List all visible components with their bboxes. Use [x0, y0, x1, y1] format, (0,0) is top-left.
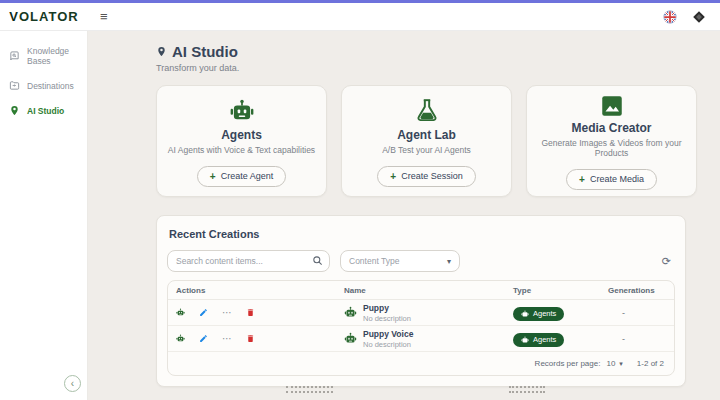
sidebar: Knowledge Bases Destinations AI Studio ‹ — [0, 31, 88, 400]
card-description: A/B Test your AI Agents — [382, 145, 471, 155]
sidebar-item-destinations[interactable]: Destinations — [0, 73, 87, 98]
item-description: No description — [363, 340, 413, 349]
page-subtitle: Transform your data. — [156, 63, 720, 73]
robot-icon — [521, 336, 529, 344]
footer-dots-right — [509, 386, 545, 393]
type-badge-label: Agents — [533, 309, 556, 318]
flask-icon — [414, 96, 440, 126]
table-header-row: Actions Name Type Generations — [168, 281, 674, 300]
main-content: AI Studio Transform your data. Agents AI… — [88, 31, 720, 400]
sidebar-item-label: AI Studio — [27, 106, 64, 116]
apps-icon[interactable] — [691, 9, 706, 24]
edit-icon[interactable] — [199, 334, 208, 343]
header: VOLATOR ≡ — [0, 3, 720, 31]
card-media-creator: Media Creator Generate Images & Videos f… — [526, 85, 697, 197]
content-type-value: Content Type — [349, 256, 399, 266]
location-pin-icon — [156, 46, 167, 57]
pagination-bar: Records per page: 10 ▾ 1-2 of 2 — [168, 352, 674, 375]
sidebar-item-label: Destinations — [27, 81, 74, 91]
recent-creations-panel: Recent Creations Content Type ▾ ⟳ — [156, 215, 686, 387]
robot-icon — [521, 310, 529, 318]
knowledge-bases-icon — [9, 51, 20, 62]
row-generations: - — [600, 308, 674, 318]
sidebar-item-ai-studio[interactable]: AI Studio — [0, 98, 87, 123]
page-title-row: AI Studio — [156, 43, 720, 60]
plus-icon: + — [210, 171, 216, 182]
plus-icon: + — [390, 171, 396, 182]
more-actions-icon[interactable]: ⋯ — [222, 308, 232, 317]
sidebar-item-label: Knowledge Bases — [27, 46, 78, 66]
sidebar-item-knowledge-bases[interactable]: Knowledge Bases — [0, 39, 87, 73]
robot-icon — [344, 306, 357, 319]
edit-icon[interactable] — [199, 308, 208, 317]
card-agent-lab: Agent Lab A/B Test your AI Agents + Crea… — [341, 85, 512, 197]
table-row: ⋯ Puppy Voice No description — [168, 326, 674, 352]
search-icon[interactable] — [312, 255, 323, 266]
records-per-page-label: Records per page: — [535, 359, 601, 368]
hamburger-menu-icon[interactable]: ≡ — [96, 8, 112, 25]
plus-icon: + — [579, 174, 585, 185]
create-agent-button[interactable]: + Create Agent — [197, 166, 286, 187]
row-actions: ⋯ — [168, 308, 336, 317]
robot-icon — [229, 96, 255, 126]
row-actions: ⋯ — [168, 334, 336, 343]
table-row: ⋯ Puppy No description — [168, 300, 674, 326]
chevron-down-icon: ▾ — [447, 257, 451, 266]
destinations-icon — [9, 80, 20, 91]
row-type-cell: Agents — [505, 304, 600, 322]
row-type-cell: Agents — [505, 330, 600, 348]
create-session-button[interactable]: + Create Session — [377, 166, 475, 187]
robot-icon — [344, 332, 357, 345]
card-title: Agent Lab — [397, 128, 456, 142]
button-label: Create Agent — [221, 171, 274, 181]
column-header-name: Name — [336, 286, 505, 295]
pagination-range: 1-2 of 2 — [637, 359, 664, 368]
column-header-type: Type — [505, 286, 600, 295]
more-actions-icon[interactable]: ⋯ — [222, 334, 232, 343]
card-description: AI Agents with Voice & Text capabilities — [168, 145, 315, 155]
card-title: Media Creator — [571, 121, 651, 135]
app-window: VOLATOR ≡ — [0, 0, 720, 400]
search-box — [167, 250, 330, 272]
image-icon — [599, 93, 625, 119]
delete-icon[interactable] — [246, 308, 255, 317]
chevron-down-icon: ▾ — [619, 360, 623, 368]
records-per-page-select[interactable]: 10 ▾ — [606, 359, 622, 368]
records-per-page-value: 10 — [606, 359, 615, 368]
create-media-button[interactable]: + Create Media — [566, 169, 657, 190]
card-description: Generate Images & Videos from your Produ… — [535, 138, 688, 158]
ai-studio-pin-icon — [9, 105, 20, 116]
type-badge: Agents — [513, 333, 564, 347]
agent-action-icon[interactable] — [176, 308, 185, 317]
type-badge: Agents — [513, 307, 564, 321]
sidebar-collapse-button[interactable]: ‹ — [64, 375, 81, 392]
content-type-select[interactable]: Content Type ▾ — [340, 250, 460, 272]
row-name-cell: Puppy No description — [336, 303, 505, 323]
footer-dots-left — [286, 386, 333, 393]
page-title: AI Studio — [172, 43, 238, 60]
panel-title: Recent Creations — [169, 228, 675, 240]
button-label: Create Session — [401, 171, 463, 181]
table-controls: Content Type ▾ ⟳ — [167, 250, 675, 272]
button-label: Create Media — [590, 174, 644, 184]
column-header-actions: Actions — [168, 286, 336, 295]
brand-area: VOLATOR — [0, 9, 88, 24]
feature-cards: Agents AI Agents with Voice & Text capab… — [156, 85, 720, 197]
delete-icon[interactable] — [246, 334, 255, 343]
brand-logo[interactable]: VOLATOR — [9, 9, 78, 24]
card-title: Agents — [221, 128, 262, 142]
row-name-cell: Puppy Voice No description — [336, 329, 505, 349]
refresh-button[interactable]: ⟳ — [658, 253, 675, 270]
item-description: No description — [363, 314, 411, 323]
column-header-generations: Generations — [600, 286, 674, 295]
item-name[interactable]: Puppy Voice — [363, 329, 413, 339]
search-input[interactable] — [167, 250, 330, 272]
language-flag-icon[interactable] — [662, 9, 677, 24]
agent-action-icon[interactable] — [176, 334, 185, 343]
type-badge-label: Agents — [533, 335, 556, 344]
row-generations: - — [600, 334, 674, 344]
creations-table: Actions Name Type Generations ⋯ — [167, 280, 675, 376]
item-name[interactable]: Puppy — [363, 303, 411, 313]
card-agents: Agents AI Agents with Voice & Text capab… — [156, 85, 327, 197]
